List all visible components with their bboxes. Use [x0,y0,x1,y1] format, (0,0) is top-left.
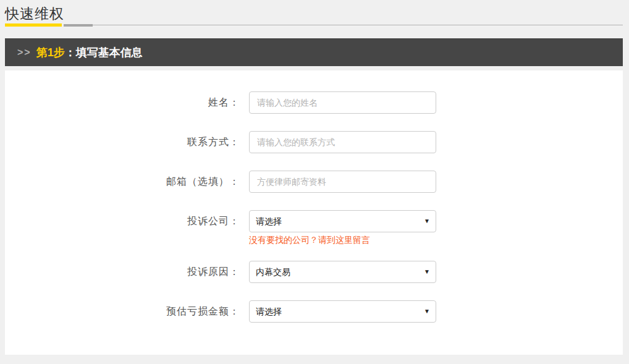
name-label: 姓名： [5,91,240,114]
form-panel: 姓名： 联系方式： 邮箱（选填）： 投诉公司： 请选择 ▼ 没有要找的公司？请到… [5,70,623,355]
complaint-company-select[interactable]: 请选择 [249,210,436,232]
title-underline-gray [64,24,93,27]
form-row-name: 姓名： [5,91,623,114]
complaint-reason-select[interactable]: 内幕交易 [249,261,436,283]
email-label: 邮箱（选填）： [5,171,240,193]
estimated-loss-label: 预估亏损金额： [5,300,240,323]
complaint-reason-label: 投诉原因： [5,261,240,283]
form-row-complaint-reason: 投诉原因： 内幕交易 ▼ [5,261,623,283]
estimated-loss-select[interactable]: 请选择 [249,300,436,323]
page-title: 快速维权 [5,4,623,23]
page-header: 快速维权 [0,0,629,27]
form-row-estimated-loss: 预估亏损金额： 请选择 ▼ [5,300,623,323]
title-underline-yellow [5,23,62,27]
contact-label: 联系方式： [5,131,240,153]
step-number: 第1步 [36,45,65,60]
step-bar: >> 第1步 ：填写基本信息 [5,38,623,66]
form-row-complaint-company: 投诉公司： 请选择 ▼ 没有要找的公司？请到这里留言 [5,210,623,245]
title-underline [5,23,623,27]
title-underline-line [93,25,623,25]
step-title: ：填写基本信息 [65,45,143,60]
contact-field[interactable] [249,131,436,153]
complaint-company-label: 投诉公司： [5,210,240,232]
form-row-contact: 联系方式： [5,131,623,153]
chevrons-icon: >> [17,47,32,58]
leave-message-link[interactable]: 没有要找的公司？请到这里留言 [249,234,370,245]
form-row-email: 邮箱（选填）： [5,171,623,193]
email-field[interactable] [249,171,436,193]
name-field[interactable] [249,91,436,114]
